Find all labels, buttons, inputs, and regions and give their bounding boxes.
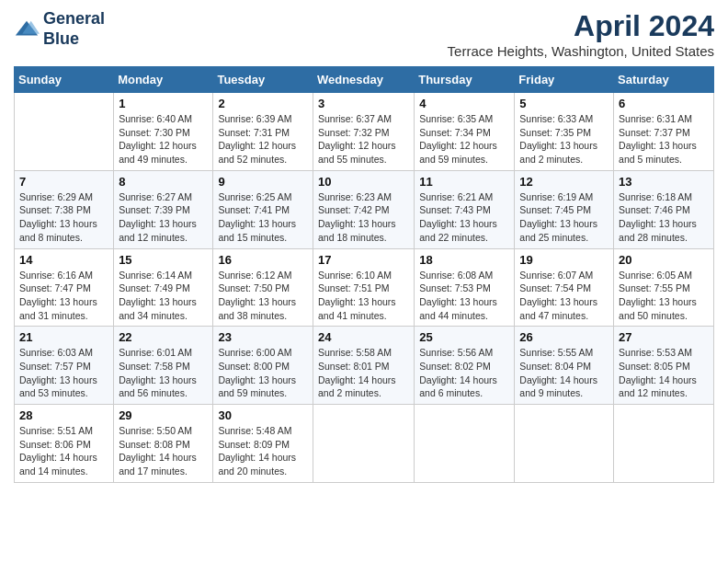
calendar-cell: 14Sunrise: 6:16 AM Sunset: 7:47 PM Dayli… bbox=[15, 248, 114, 327]
day-number: 1 bbox=[119, 97, 208, 110]
day-info: Sunrise: 6:39 AM Sunset: 7:31 PM Dayligh… bbox=[218, 112, 308, 167]
title-block: April 2024 Terrace Heights, Washington, … bbox=[448, 9, 714, 59]
day-info: Sunrise: 6:33 AM Sunset: 7:35 PM Dayligh… bbox=[519, 112, 609, 167]
day-number: 6 bbox=[619, 97, 709, 110]
calendar-cell: 30Sunrise: 5:48 AM Sunset: 8:09 PM Dayli… bbox=[213, 405, 313, 483]
day-info: Sunrise: 6:27 AM Sunset: 7:39 PM Dayligh… bbox=[119, 190, 208, 245]
day-info: Sunrise: 6:07 AM Sunset: 7:54 PM Dayligh… bbox=[519, 269, 609, 323]
calendar-cell bbox=[515, 405, 614, 483]
day-number: 17 bbox=[318, 253, 409, 267]
day-number: 8 bbox=[119, 175, 208, 189]
day-info: Sunrise: 6:37 AM Sunset: 7:32 PM Dayligh… bbox=[318, 112, 409, 167]
day-info: Sunrise: 6:14 AM Sunset: 7:49 PM Dayligh… bbox=[119, 269, 208, 323]
calendar-cell: 18Sunrise: 6:08 AM Sunset: 7:53 PM Dayli… bbox=[415, 248, 515, 327]
calendar-cell: 9Sunrise: 6:25 AM Sunset: 7:41 PM Daylig… bbox=[213, 170, 313, 248]
day-info: Sunrise: 6:10 AM Sunset: 7:51 PM Dayligh… bbox=[318, 269, 409, 323]
day-number: 14 bbox=[19, 253, 108, 267]
day-info: Sunrise: 6:08 AM Sunset: 7:53 PM Dayligh… bbox=[419, 269, 509, 323]
day-number: 23 bbox=[218, 330, 308, 344]
calendar-cell: 13Sunrise: 6:18 AM Sunset: 7:46 PM Dayli… bbox=[614, 170, 714, 248]
calendar-cell: 29Sunrise: 5:50 AM Sunset: 8:08 PM Dayli… bbox=[114, 405, 213, 483]
day-number: 22 bbox=[119, 330, 208, 344]
main-title: April 2024 bbox=[448, 9, 714, 43]
day-number: 12 bbox=[519, 175, 609, 189]
day-number: 21 bbox=[19, 330, 108, 344]
calendar-cell: 27Sunrise: 5:53 AM Sunset: 8:05 PM Dayli… bbox=[614, 327, 714, 405]
day-info: Sunrise: 6:31 AM Sunset: 7:37 PM Dayligh… bbox=[619, 112, 709, 167]
calendar-cell: 15Sunrise: 6:14 AM Sunset: 7:49 PM Dayli… bbox=[114, 248, 213, 327]
day-number: 4 bbox=[419, 97, 509, 110]
day-info: Sunrise: 5:51 AM Sunset: 8:06 PM Dayligh… bbox=[19, 424, 108, 478]
day-info: Sunrise: 6:23 AM Sunset: 7:42 PM Dayligh… bbox=[318, 190, 409, 245]
calendar-cell: 1Sunrise: 6:40 AM Sunset: 7:30 PM Daylig… bbox=[114, 93, 213, 171]
calendar-cell: 11Sunrise: 6:21 AM Sunset: 7:43 PM Dayli… bbox=[415, 170, 515, 248]
day-info: Sunrise: 5:48 AM Sunset: 8:09 PM Dayligh… bbox=[218, 424, 308, 478]
day-number: 5 bbox=[519, 97, 609, 110]
logo-icon bbox=[14, 17, 40, 42]
day-info: Sunrise: 6:01 AM Sunset: 7:58 PM Dayligh… bbox=[119, 346, 208, 400]
day-number: 7 bbox=[19, 175, 108, 189]
logo-line2: Blue bbox=[43, 29, 105, 50]
calendar-cell: 3Sunrise: 6:37 AM Sunset: 7:32 PM Daylig… bbox=[313, 93, 414, 171]
day-number: 29 bbox=[119, 408, 208, 422]
calendar-cell: 26Sunrise: 5:55 AM Sunset: 8:04 PM Dayli… bbox=[515, 327, 614, 405]
calendar-cell: 17Sunrise: 6:10 AM Sunset: 7:51 PM Dayli… bbox=[313, 248, 414, 327]
day-number: 19 bbox=[519, 253, 609, 267]
day-info: Sunrise: 6:29 AM Sunset: 7:38 PM Dayligh… bbox=[19, 190, 108, 245]
day-info: Sunrise: 6:16 AM Sunset: 7:47 PM Dayligh… bbox=[19, 269, 108, 323]
day-info: Sunrise: 6:03 AM Sunset: 7:57 PM Dayligh… bbox=[19, 346, 108, 400]
calendar-table: SundayMondayTuesdayWednesdayThursdayFrid… bbox=[14, 66, 714, 483]
calendar-week-4: 21Sunrise: 6:03 AM Sunset: 7:57 PM Dayli… bbox=[15, 327, 714, 405]
day-number: 11 bbox=[419, 175, 509, 189]
calendar-cell bbox=[15, 93, 114, 171]
logo-line1: General bbox=[43, 9, 105, 29]
day-number: 10 bbox=[318, 175, 409, 189]
day-info: Sunrise: 5:53 AM Sunset: 8:05 PM Dayligh… bbox=[619, 346, 709, 400]
logo-text: General Blue bbox=[43, 9, 105, 49]
day-info: Sunrise: 6:21 AM Sunset: 7:43 PM Dayligh… bbox=[419, 190, 509, 245]
day-header-sunday: Sunday bbox=[15, 67, 114, 93]
day-info: Sunrise: 6:12 AM Sunset: 7:50 PM Dayligh… bbox=[218, 269, 308, 323]
day-info: Sunrise: 5:50 AM Sunset: 8:08 PM Dayligh… bbox=[119, 424, 208, 478]
day-number: 13 bbox=[619, 175, 709, 189]
day-info: Sunrise: 6:40 AM Sunset: 7:30 PM Dayligh… bbox=[119, 112, 208, 167]
calendar-week-1: 1Sunrise: 6:40 AM Sunset: 7:30 PM Daylig… bbox=[15, 93, 714, 171]
calendar-cell: 8Sunrise: 6:27 AM Sunset: 7:39 PM Daylig… bbox=[114, 170, 213, 248]
calendar-week-5: 28Sunrise: 5:51 AM Sunset: 8:06 PM Dayli… bbox=[15, 405, 714, 483]
calendar-cell: 2Sunrise: 6:39 AM Sunset: 7:31 PM Daylig… bbox=[213, 93, 313, 171]
day-number: 15 bbox=[119, 253, 208, 267]
calendar-cell bbox=[415, 405, 515, 483]
day-number: 27 bbox=[619, 330, 709, 344]
calendar-cell: 10Sunrise: 6:23 AM Sunset: 7:42 PM Dayli… bbox=[313, 170, 414, 248]
day-number: 24 bbox=[318, 330, 409, 344]
day-number: 20 bbox=[619, 253, 709, 267]
calendar-cell: 12Sunrise: 6:19 AM Sunset: 7:45 PM Dayli… bbox=[515, 170, 614, 248]
day-number: 26 bbox=[519, 330, 609, 344]
day-info: Sunrise: 6:19 AM Sunset: 7:45 PM Dayligh… bbox=[519, 190, 609, 245]
calendar-cell: 16Sunrise: 6:12 AM Sunset: 7:50 PM Dayli… bbox=[213, 248, 313, 327]
day-header-friday: Friday bbox=[515, 67, 614, 93]
day-header-wednesday: Wednesday bbox=[313, 67, 414, 93]
calendar-cell: 24Sunrise: 5:58 AM Sunset: 8:01 PM Dayli… bbox=[313, 327, 414, 405]
day-info: Sunrise: 6:18 AM Sunset: 7:46 PM Dayligh… bbox=[619, 190, 709, 245]
day-header-thursday: Thursday bbox=[415, 67, 515, 93]
day-info: Sunrise: 6:35 AM Sunset: 7:34 PM Dayligh… bbox=[419, 112, 509, 167]
logo: General Blue bbox=[14, 9, 105, 49]
calendar-header-row: SundayMondayTuesdayWednesdayThursdayFrid… bbox=[15, 67, 714, 93]
day-number: 28 bbox=[19, 408, 108, 422]
day-number: 3 bbox=[318, 97, 409, 110]
day-header-tuesday: Tuesday bbox=[213, 67, 313, 93]
calendar-cell: 19Sunrise: 6:07 AM Sunset: 7:54 PM Dayli… bbox=[515, 248, 614, 327]
calendar-week-2: 7Sunrise: 6:29 AM Sunset: 7:38 PM Daylig… bbox=[15, 170, 714, 248]
calendar-cell: 25Sunrise: 5:56 AM Sunset: 8:02 PM Dayli… bbox=[415, 327, 515, 405]
page-header: General Blue April 2024 Terrace Heights,… bbox=[14, 9, 714, 59]
calendar-cell: 28Sunrise: 5:51 AM Sunset: 8:06 PM Dayli… bbox=[15, 405, 114, 483]
day-number: 16 bbox=[218, 253, 308, 267]
day-header-monday: Monday bbox=[114, 67, 213, 93]
calendar-cell bbox=[313, 405, 414, 483]
calendar-cell: 20Sunrise: 6:05 AM Sunset: 7:55 PM Dayli… bbox=[614, 248, 714, 327]
day-number: 30 bbox=[218, 408, 308, 422]
day-number: 18 bbox=[419, 253, 509, 267]
calendar-cell: 23Sunrise: 6:00 AM Sunset: 8:00 PM Dayli… bbox=[213, 327, 313, 405]
calendar-week-3: 14Sunrise: 6:16 AM Sunset: 7:47 PM Dayli… bbox=[15, 248, 714, 327]
